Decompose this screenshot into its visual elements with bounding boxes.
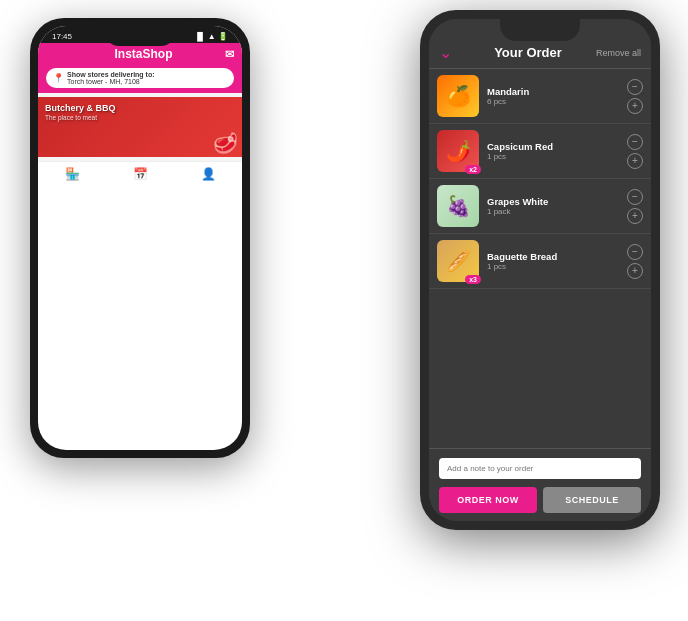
item-info-mandarin: Mandarin 6 pcs: [487, 86, 627, 106]
order-now-button[interactable]: ORDER NOW: [439, 487, 537, 513]
order-title: Your Order: [460, 45, 596, 60]
decrease-mandarin[interactable]: −: [627, 79, 643, 95]
cat-sub-butchery: The place to meat: [45, 114, 116, 121]
phone1-signal: ▐▌ ▲ 🔋: [194, 32, 228, 41]
item-controls-mandarin: − +: [627, 79, 643, 114]
schedule-button[interactable]: SCHEDULE: [543, 487, 641, 513]
location-line1: Show stores delivering to:: [67, 71, 155, 78]
baguette-badge: x3: [465, 275, 481, 284]
capsicum-emoji: 🌶️: [446, 139, 471, 163]
mandarin-emoji: 🍊: [446, 84, 471, 108]
item-name-capsicum: Capsicum Red: [487, 141, 627, 152]
item-controls-grapes: − +: [627, 189, 643, 224]
item-controls-capsicum: − +: [627, 134, 643, 169]
mail-icon[interactable]: ✉: [225, 48, 234, 61]
item-img-baguette: 🥖 x3: [437, 240, 479, 282]
item-qty-baguette: 1 pcs: [487, 262, 627, 271]
grapes-emoji: 🍇: [446, 194, 471, 218]
order-item-capsicum: 🌶️ x2 Capsicum Red 1 pcs − +: [429, 124, 651, 179]
location-bar[interactable]: 📍 Show stores delivering to: Torch tower…: [38, 65, 242, 93]
order-items-list: 🍊 Mandarin 6 pcs − + 🌶️ x2: [429, 69, 651, 448]
scene: 17:45 ▐▌ ▲ 🔋 InstaShop ✉ 📍 Show stores d…: [0, 0, 688, 621]
item-qty-grapes: 1 pack: [487, 207, 627, 216]
app-title: InstaShop: [62, 47, 225, 61]
action-buttons: ORDER NOW SCHEDULE: [439, 487, 641, 513]
note-input[interactable]: [439, 458, 641, 479]
category-list: Supermarkets Groceries made easy 🥦🍌🥕 Pha…: [38, 93, 242, 161]
increase-baguette[interactable]: +: [627, 263, 643, 279]
phone1-time: 17:45: [52, 32, 72, 41]
phone1-notch: [105, 26, 175, 46]
baguette-emoji: 🥖: [446, 249, 471, 273]
back-button[interactable]: ⌄: [439, 43, 452, 62]
capsicum-badge: x2: [465, 165, 481, 174]
tab-account[interactable]: 👤: [201, 167, 216, 182]
item-img-grapes: 🍇: [437, 185, 479, 227]
item-qty-mandarin: 6 pcs: [487, 97, 627, 106]
category-butchery[interactable]: Butchery & BBQ The place to meat 🥩: [38, 97, 242, 157]
item-name-mandarin: Mandarin: [487, 86, 627, 97]
phone1-device: 17:45 ▐▌ ▲ 🔋 InstaShop ✉ 📍 Show stores d…: [30, 18, 250, 458]
item-info-baguette: Baguette Bread 1 pcs: [487, 251, 627, 271]
item-img-mandarin: 🍊: [437, 75, 479, 117]
order-item-baguette: 🥖 x3 Baguette Bread 1 pcs − +: [429, 234, 651, 289]
remove-all-button[interactable]: Remove all: [596, 48, 641, 58]
phone1-tabbar: 🏪 📅 👤: [38, 161, 242, 185]
order-item-grapes: 🍇 Grapes White 1 pack − +: [429, 179, 651, 234]
item-img-capsicum: 🌶️ x2: [437, 130, 479, 172]
tab-stores[interactable]: 🏪: [65, 167, 80, 182]
phone2-device: ⌄ Your Order Remove all 🍊 Mandarin 6 pcs: [420, 10, 660, 530]
orders-icon: 📅: [133, 167, 148, 181]
phone2-notch: [500, 19, 580, 41]
decrease-capsicum[interactable]: −: [627, 134, 643, 150]
decrease-grapes[interactable]: −: [627, 189, 643, 205]
item-name-baguette: Baguette Bread: [487, 251, 627, 262]
location-icon: 📍: [53, 73, 64, 83]
item-info-capsicum: Capsicum Red 1 pcs: [487, 141, 627, 161]
meat-decoration: 🥩: [213, 131, 238, 155]
item-info-grapes: Grapes White 1 pack: [487, 196, 627, 216]
phone1-header: InstaShop ✉: [38, 43, 242, 65]
order-footer: ORDER NOW SCHEDULE: [429, 448, 651, 521]
item-controls-baguette: − +: [627, 244, 643, 279]
cat-title-butchery: Butchery & BBQ: [45, 103, 116, 114]
item-name-grapes: Grapes White: [487, 196, 627, 207]
order-item-mandarin: 🍊 Mandarin 6 pcs − +: [429, 69, 651, 124]
location-line2: Torch tower - MH, 7108: [67, 78, 155, 85]
increase-capsicum[interactable]: +: [627, 153, 643, 169]
tab-orders[interactable]: 📅: [133, 167, 148, 182]
increase-mandarin[interactable]: +: [627, 98, 643, 114]
account-icon: 👤: [201, 167, 216, 181]
decrease-baguette[interactable]: −: [627, 244, 643, 260]
item-qty-capsicum: 1 pcs: [487, 152, 627, 161]
stores-icon: 🏪: [65, 167, 80, 181]
increase-grapes[interactable]: +: [627, 208, 643, 224]
